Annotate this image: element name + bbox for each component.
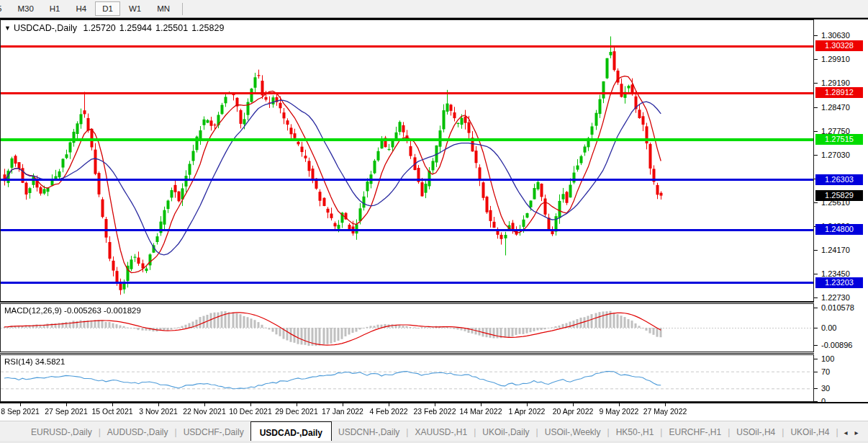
tab-usdcad[interactable]: USDCAD-,Daily bbox=[250, 421, 332, 443]
tab-usdcnh[interactable]: USDCNH-,Daily bbox=[332, 421, 406, 443]
date-tick-mark bbox=[20, 403, 21, 406]
date-tick-mark bbox=[573, 403, 574, 406]
date-tick-mark bbox=[66, 403, 67, 406]
rsi-tick-label: 70 bbox=[821, 367, 830, 376]
toolbar-divider bbox=[182, 3, 183, 15]
price-tick-mark bbox=[814, 250, 818, 251]
price-tick-mark bbox=[814, 155, 818, 156]
rsi-canvas[interactable] bbox=[1, 355, 813, 401]
tab-audusd[interactable]: AUDUSD-,Daily bbox=[101, 421, 175, 443]
price-tick-label: 1.29910 bbox=[821, 55, 850, 63]
price-tick-mark bbox=[814, 202, 818, 203]
chart-symbol-label: USDCAD-,Daily bbox=[14, 23, 77, 33]
timeframe-button-w1[interactable]: W1 bbox=[122, 1, 148, 16]
date-label: 1 Apr 2022 bbox=[509, 407, 546, 416]
price-axis: 1.306301.299101.291901.284701.277501.270… bbox=[814, 19, 868, 402]
price-level-line[interactable] bbox=[1, 179, 813, 181]
price-tick-mark bbox=[814, 107, 818, 108]
date-label: 10 Dec 2021 bbox=[229, 407, 272, 416]
date-tick-mark bbox=[112, 403, 113, 406]
rsi-tick-label: 100 bbox=[821, 354, 834, 363]
rsi-tick-mark bbox=[814, 401, 818, 402]
tab-scroll-left-icon[interactable]: ◂ bbox=[844, 429, 848, 437]
tab-scroll-arrows: ◂▸ bbox=[844, 421, 859, 443]
price-tick-mark bbox=[814, 59, 818, 60]
date-tick-mark bbox=[343, 403, 343, 406]
macd-panel[interactable]: MACD(12,26,9) -0.005263 -0.001829 bbox=[0, 303, 814, 352]
date-label: 20 Apr 2022 bbox=[553, 407, 594, 416]
date-label: 27 May 2022 bbox=[643, 407, 687, 416]
date-label: 27 Sep 2021 bbox=[45, 407, 88, 416]
panel-separator[interactable] bbox=[0, 302, 868, 303]
timeframe-button-h1[interactable]: H1 bbox=[42, 1, 68, 16]
rsi-label: RSI(14) bbox=[4, 357, 33, 366]
date-label: 22 Nov 2021 bbox=[183, 407, 226, 416]
tab-scroll-right-icon[interactable]: ▸ bbox=[855, 429, 859, 437]
tab-usdchf[interactable]: USDCHF-,Daily bbox=[177, 421, 250, 443]
tab-usoil[interactable]: USOil-,H4 bbox=[730, 421, 782, 443]
price-level-line[interactable] bbox=[1, 229, 813, 231]
tab-eurchf[interactable]: EURCHF-,H1 bbox=[662, 421, 728, 443]
rsi-tick-mark bbox=[814, 372, 818, 372]
timeframe-button-mn[interactable]: MN bbox=[150, 1, 177, 16]
price-tick-label: 1.27030 bbox=[821, 151, 850, 159]
rsi-tick-mark bbox=[814, 388, 818, 389]
price-chart-panel[interactable]: ▼USDCAD-,Daily 1.257201.259441.255011.25… bbox=[0, 19, 814, 302]
chart-region: ▼USDCAD-,Daily 1.257201.259441.255011.25… bbox=[0, 18, 868, 403]
chevron-down-icon[interactable]: ▼ bbox=[4, 24, 11, 32]
macd-signal-value: -0.001829 bbox=[104, 306, 141, 315]
macd-tick-mark bbox=[814, 345, 818, 346]
date-tick-mark bbox=[619, 403, 620, 406]
date-tick-mark bbox=[527, 403, 528, 406]
date-tick-mark bbox=[158, 403, 159, 406]
price-level-line[interactable] bbox=[1, 138, 813, 141]
macd-tick-label: 0.010578 bbox=[821, 303, 854, 312]
date-label: 29 Dec 2021 bbox=[275, 407, 318, 416]
price-tick-mark bbox=[814, 297, 818, 298]
date-label: 15 Oct 2021 bbox=[91, 407, 132, 416]
price-tick-label: 1.22730 bbox=[821, 293, 850, 302]
timeframe-button-m30[interactable]: M30 bbox=[10, 1, 40, 16]
tab-eurusd[interactable]: EURUSD-,Daily bbox=[24, 421, 99, 443]
current-price-badge: 1.25829 bbox=[815, 190, 863, 201]
date-tick-mark bbox=[481, 403, 482, 406]
tab-ukoil[interactable]: UKOil-,H4 bbox=[784, 421, 836, 443]
tab-xauusd[interactable]: XAUUSD-,H1 bbox=[408, 421, 474, 443]
date-tick-mark bbox=[665, 403, 666, 406]
date-label: 4 Feb 2022 bbox=[369, 407, 407, 416]
price-level-line[interactable] bbox=[1, 45, 813, 48]
date-tick-mark bbox=[204, 403, 205, 406]
date-label: 8 Sep 2021 bbox=[1, 407, 40, 416]
symbol-tabbar: EURUSD-,Daily|AUDUSD-,Daily|USDCHF-,Dail… bbox=[0, 421, 868, 443]
tab-usoil[interactable]: USOil-,Weekly bbox=[538, 421, 607, 443]
date-axis: 8 Sep 202127 Sep 202115 Oct 20213 Nov 20… bbox=[0, 403, 868, 421]
timeframe-button-5[interactable]: 5 bbox=[0, 1, 9, 16]
price-tick-label: 1.24170 bbox=[821, 246, 850, 254]
tab-ukoil[interactable]: UKOil-,Daily bbox=[476, 421, 535, 443]
price-tick-mark bbox=[814, 35, 818, 36]
panel-separator[interactable] bbox=[0, 353, 868, 354]
date-tick-mark bbox=[297, 403, 297, 406]
price-level-badge: 1.24800 bbox=[815, 224, 863, 235]
price-tick-label: 1.30630 bbox=[821, 31, 850, 40]
price-level-line[interactable] bbox=[1, 92, 813, 94]
timeframe-button-d1[interactable]: D1 bbox=[95, 1, 120, 16]
rsi-tick-label: 30 bbox=[821, 384, 830, 393]
timeframe-button-h4[interactable]: H4 bbox=[68, 1, 94, 16]
ohlc-high: 1.25944 bbox=[119, 23, 152, 33]
candlestick-canvas[interactable] bbox=[1, 20, 813, 300]
date-tick-mark bbox=[250, 403, 251, 406]
macd-value: -0.005263 bbox=[64, 306, 101, 315]
ohlc-low: 1.25501 bbox=[155, 23, 188, 33]
price-tick-mark bbox=[814, 131, 818, 132]
ohlc-open: 1.25720 bbox=[83, 23, 116, 33]
price-tick-label: 1.29190 bbox=[821, 79, 850, 87]
price-tick-mark bbox=[814, 274, 818, 274]
price-level-line[interactable] bbox=[1, 282, 813, 284]
macd-label: MACD(12,26,9) bbox=[4, 306, 62, 315]
date-tick-mark bbox=[435, 403, 435, 406]
rsi-panel[interactable]: RSI(14) 34.5821 bbox=[0, 354, 814, 402]
tab-hk50[interactable]: HK50-,H1 bbox=[610, 421, 661, 443]
chart-title: ▼USDCAD-,Daily 1.257201.259441.255011.25… bbox=[4, 23, 224, 33]
rsi-title: RSI(14) 34.5821 bbox=[4, 357, 65, 366]
